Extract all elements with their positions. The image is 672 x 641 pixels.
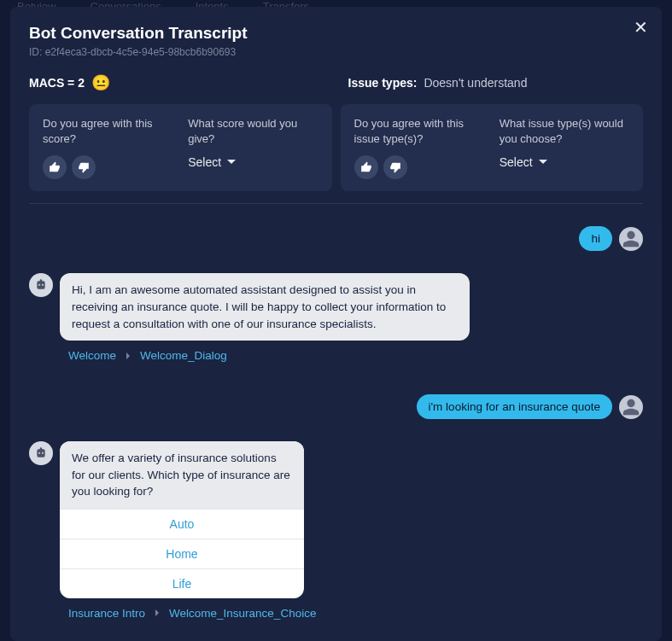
option-life[interactable]: Life bbox=[60, 568, 304, 598]
bot-message-row: Hi, I am an awesome automated assistant … bbox=[29, 273, 643, 362]
macs-summary: MACS = 2 😐 bbox=[29, 73, 324, 92]
thumbs-down-icon bbox=[78, 161, 90, 173]
bot-avatar-icon bbox=[29, 441, 53, 465]
macs-label: MACS = 2 bbox=[29, 76, 85, 90]
issue-thumb-group bbox=[354, 155, 484, 179]
feedback-row: Do you agree with this score? What score… bbox=[29, 104, 643, 191]
chevron-right-icon bbox=[154, 609, 161, 616]
issue-agree-question: Do you agree with this issue type(s)? bbox=[354, 116, 484, 147]
bot-block: Hi, I am an awesome automated assistant … bbox=[60, 273, 470, 362]
issue-select-col: What issue type(s) would you choose? Sel… bbox=[500, 116, 629, 179]
thumbs-down-button[interactable] bbox=[72, 155, 96, 179]
user-message-row: i'm looking for an insurance quote bbox=[29, 394, 643, 419]
message-section: We offer a variety of insurance solution… bbox=[29, 441, 643, 623]
message-section: Hi, I am an awesome automated assistant … bbox=[29, 273, 643, 365]
thumbs-up-icon bbox=[49, 161, 61, 173]
neutral-face-icon: 😐 bbox=[91, 73, 110, 92]
bot-avatar-icon bbox=[29, 273, 53, 297]
breadcrumb: Insurance Intro Welcome_Insurance_Choice bbox=[60, 607, 316, 620]
user-avatar-icon bbox=[619, 227, 643, 251]
user-bubble: hi bbox=[579, 226, 612, 251]
option-auto[interactable]: Auto bbox=[60, 509, 304, 539]
chevron-down-icon bbox=[538, 157, 548, 167]
issue-types-value: Doesn't understand bbox=[424, 76, 527, 90]
breadcrumb-link[interactable]: Insurance Intro bbox=[68, 607, 145, 620]
bot-message-row: We offer a variety of insurance solution… bbox=[29, 441, 643, 620]
thumbs-up-button[interactable] bbox=[354, 155, 378, 179]
chevron-down-icon bbox=[226, 157, 237, 167]
score-thumb-group bbox=[43, 155, 172, 179]
user-bubble: i'm looking for an insurance quote bbox=[417, 394, 612, 419]
options-header: We offer a variety of insurance solution… bbox=[60, 441, 304, 509]
select-label: Select bbox=[188, 155, 221, 169]
modal-title: Bot Conversation Transcript bbox=[29, 24, 643, 43]
score-select-dropdown[interactable]: Select bbox=[188, 155, 318, 169]
thumbs-down-icon bbox=[389, 161, 401, 173]
close-button[interactable]: ✕ bbox=[634, 19, 648, 36]
score-feedback-card: Do you agree with this score? What score… bbox=[29, 104, 332, 191]
score-select-col: What score would you give? Select bbox=[188, 116, 318, 179]
conversation-id: ID: e2f4eca3-dbcb-4c5e-94e5-98bcb6b90693 bbox=[29, 46, 643, 58]
bot-bubble: Hi, I am an awesome automated assistant … bbox=[60, 273, 470, 341]
issue-select-question: What issue type(s) would you choose? bbox=[500, 116, 629, 147]
issue-types-summary: Issue types: Doesn't understand bbox=[348, 73, 644, 92]
breadcrumb-link[interactable]: Welcome_Insurance_Choice bbox=[169, 607, 316, 620]
breadcrumb-link[interactable]: Welcome_Dialog bbox=[140, 349, 227, 362]
summary-row: MACS = 2 😐 Issue types: Doesn't understa… bbox=[29, 73, 643, 92]
user-avatar-icon bbox=[619, 395, 643, 419]
issue-agree-col: Do you agree with this issue type(s)? bbox=[354, 116, 484, 179]
conversation: hi Hi, I am an awesome automated assista… bbox=[29, 226, 643, 641]
thumbs-up-icon bbox=[360, 161, 372, 173]
breadcrumb: Welcome Welcome_Dialog bbox=[60, 349, 470, 362]
message-section: hi bbox=[29, 226, 643, 251]
issue-feedback-card: Do you agree with this issue type(s)? Wh… bbox=[341, 104, 644, 191]
score-agree-col: Do you agree with this score? bbox=[43, 116, 172, 179]
options-card: We offer a variety of insurance solution… bbox=[60, 441, 304, 598]
thumbs-down-button[interactable] bbox=[383, 155, 407, 179]
issue-types-key: Issue types: bbox=[348, 76, 418, 90]
score-agree-question: Do you agree with this score? bbox=[43, 116, 172, 147]
message-section: i'm looking for an insurance quote bbox=[29, 394, 643, 419]
chevron-right-icon bbox=[125, 353, 131, 359]
user-message-row: hi bbox=[29, 226, 643, 251]
score-select-question: What score would you give? bbox=[188, 116, 318, 147]
divider bbox=[29, 203, 643, 204]
thumbs-up-button[interactable] bbox=[43, 155, 67, 179]
option-home[interactable]: Home bbox=[60, 539, 304, 568]
select-label: Select bbox=[500, 155, 533, 169]
transcript-modal: ✕ Bot Conversation Transcript ID: e2f4ec… bbox=[10, 7, 662, 641]
bot-block: We offer a variety of insurance solution… bbox=[60, 441, 316, 620]
issue-select-dropdown[interactable]: Select bbox=[500, 155, 629, 169]
breadcrumb-link[interactable]: Welcome bbox=[68, 349, 116, 362]
